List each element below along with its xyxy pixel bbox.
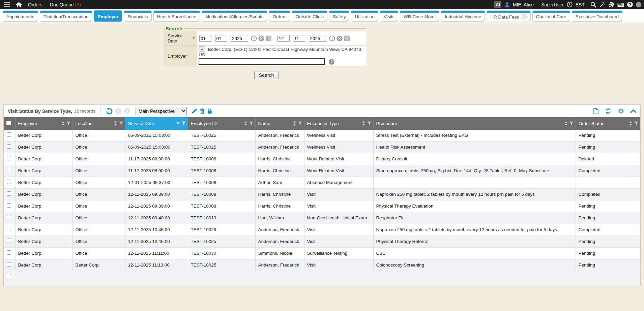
row-checkbox[interactable] (7, 180, 11, 184)
home-icon[interactable] (16, 2, 22, 7)
filter-icon[interactable] (66, 121, 70, 126)
row-checkbox[interactable] (7, 227, 11, 231)
filter-icon[interactable] (119, 121, 123, 126)
select-all-header[interactable] (4, 117, 15, 130)
date-from-day-input[interactable] (215, 35, 227, 42)
tab-employer[interactable]: Employer (94, 10, 122, 22)
tab-health-surveillance[interactable]: Health Surveillance (153, 10, 200, 22)
tab-safety[interactable]: Safety (329, 10, 349, 22)
time-picker-icon[interactable] (251, 35, 257, 41)
filter-icon[interactable] (367, 121, 371, 126)
tab-hr-data-feed[interactable]: HR Data Feed (487, 10, 530, 22)
column-header-name[interactable]: Name (255, 117, 304, 130)
column-header-procedure[interactable]: Procedure (373, 117, 576, 130)
date-to-year-input[interactable] (309, 35, 326, 42)
edit-icon[interactable] (192, 108, 197, 114)
search-icon[interactable] (590, 2, 596, 8)
tab-outside-clinic[interactable]: Outside Clinic (292, 10, 327, 22)
column-header-service-date[interactable]: Service Date (125, 117, 188, 130)
sort-icon[interactable] (293, 121, 296, 126)
row-checkbox[interactable] (7, 132, 11, 137)
tab-dictation-transcription[interactable]: Dictation/Transcription (40, 10, 92, 22)
row-checkbox[interactable] (7, 144, 11, 149)
next-icon[interactable] (124, 108, 130, 114)
perspective-select[interactable]: Main Perspective (136, 107, 187, 115)
select-all-checkbox[interactable] (6, 121, 11, 125)
tab-visits[interactable]: Visits (380, 10, 398, 22)
sort-icon[interactable] (176, 122, 180, 125)
clock-icon[interactable] (567, 2, 573, 7)
tab-medications-allergies-scripts[interactable]: Medications/Allergies/Scripts (202, 10, 267, 22)
row-checkbox[interactable] (7, 191, 11, 196)
row-checkbox[interactable] (7, 262, 11, 267)
row-checkbox[interactable] (7, 250, 11, 255)
table-row: Better Corp.Office11-17-2025 08:00:00TES… (4, 153, 640, 165)
calendar-icon[interactable] (266, 35, 272, 41)
calendar-icon[interactable] (344, 35, 350, 41)
new-document-icon[interactable] (593, 108, 598, 114)
undo-icon[interactable] (106, 108, 113, 115)
sort-icon[interactable] (61, 121, 64, 126)
cell-order-status (576, 177, 640, 189)
breadcrumb-doc-queue[interactable]: Doc Queue (3) (50, 2, 81, 7)
sort-icon[interactable] (362, 121, 365, 126)
column-header-encounter-type[interactable]: Encounter Type (304, 117, 373, 130)
column-header-location[interactable]: Location (72, 117, 125, 130)
lock-icon[interactable] (207, 108, 212, 114)
cell-procedure: Colonoscopy Screening (373, 259, 576, 271)
filter-icon[interactable] (249, 121, 253, 126)
sort-icon[interactable] (629, 121, 632, 126)
employer-help-icon[interactable]: ? (329, 59, 334, 65)
clear-date-icon[interactable] (258, 35, 264, 41)
filter-icon[interactable] (298, 121, 302, 126)
settings-icon[interactable]: ⚙ (618, 107, 624, 115)
row-checkbox[interactable] (7, 156, 11, 160)
tab-label: Outside Clinic (296, 14, 324, 19)
row-checkbox[interactable] (7, 168, 11, 172)
tab-appointments[interactable]: Appointments (3, 10, 38, 22)
sort-icon[interactable] (114, 121, 117, 126)
column-label: Procedure (376, 121, 397, 126)
tab-orders[interactable]: Orders (269, 10, 290, 22)
row-checkbox[interactable] (7, 203, 11, 208)
row-checkbox[interactable] (7, 239, 11, 243)
column-header-employer[interactable]: Employer (15, 117, 72, 130)
date-from-month-input[interactable] (199, 35, 211, 42)
tab-wr-case-mgmt[interactable]: WR Case Mgmt (400, 10, 439, 22)
column-header-employee-id[interactable]: Employee ID (188, 117, 255, 130)
tab-industrial-hygiene[interactable]: Industrial Hygiene (441, 10, 485, 22)
filter-icon[interactable] (182, 121, 186, 126)
tab-utilization[interactable]: Utilization (351, 10, 378, 22)
filter-icon[interactable] (569, 121, 574, 126)
remove-employer-button[interactable]: − (199, 46, 205, 52)
refresh-icon[interactable] (605, 108, 611, 114)
delete-icon[interactable] (200, 108, 205, 114)
search-button[interactable]: Search (254, 71, 279, 79)
clear-date-icon[interactable] (336, 35, 343, 41)
employer-search-input[interactable] (199, 58, 325, 65)
tab-financials[interactable]: Financials (124, 10, 152, 22)
globe-icon[interactable] (608, 2, 614, 8)
keyboard-icon[interactable] (617, 2, 624, 7)
filter-icon[interactable] (634, 121, 638, 126)
ai-badge[interactable]: AI (494, 1, 501, 8)
help-icon[interactable]: ? (627, 2, 633, 7)
date-to-month-input[interactable] (277, 35, 290, 42)
sort-icon[interactable] (564, 121, 567, 126)
date-to-day-input[interactable] (293, 35, 305, 42)
tab-label: WR Case Mgmt (404, 14, 436, 19)
row-checkbox[interactable] (7, 215, 11, 219)
wand-icon[interactable] (599, 2, 605, 7)
sort-icon[interactable] (244, 121, 247, 126)
tab-quality-of-care[interactable]: Quality of Care (532, 10, 570, 22)
time-picker-icon[interactable] (329, 35, 335, 41)
hamburger-menu-icon[interactable] (4, 2, 10, 7)
user-name[interactable]: MIE, Alice (513, 2, 534, 7)
prev-icon[interactable] (115, 108, 121, 114)
column-header-order-status[interactable]: Order Status (576, 117, 640, 130)
breadcrumb-orders[interactable]: Orders (28, 2, 42, 7)
date-from-year-input[interactable] (231, 35, 248, 42)
tab-executive-dashboard[interactable]: Executive Dashboard (572, 10, 622, 22)
collapse-icon[interactable] (631, 110, 636, 113)
footer-checkbox[interactable] (7, 274, 11, 278)
